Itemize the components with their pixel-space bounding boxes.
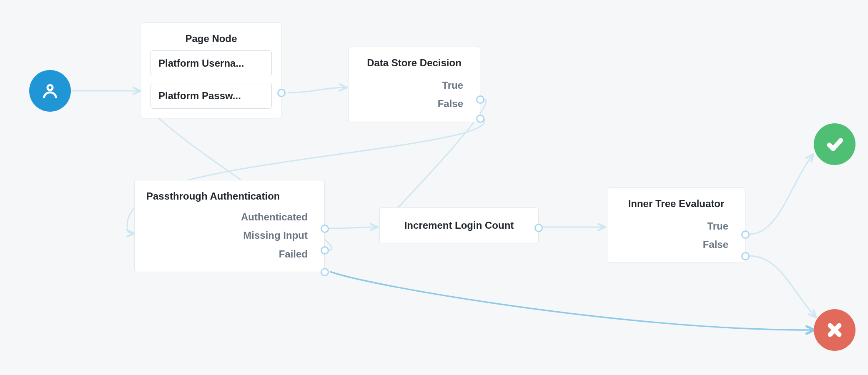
node-title: Passthrough Authentication bbox=[135, 180, 324, 206]
output-port-true[interactable] bbox=[741, 230, 750, 239]
start-terminal[interactable] bbox=[29, 70, 71, 112]
outcome-false[interactable]: False bbox=[349, 95, 480, 113]
field-platform-password[interactable]: Platform Passw... bbox=[151, 83, 272, 109]
node-inner-tree-evaluator[interactable]: Inner Tree Evaluator True False bbox=[607, 188, 745, 263]
node-increment-login-count[interactable]: Increment Login Count bbox=[379, 208, 539, 243]
outcome-true[interactable]: True bbox=[607, 217, 745, 235]
check-icon bbox=[825, 135, 844, 153]
output-port-false[interactable] bbox=[476, 115, 484, 123]
failure-terminal[interactable] bbox=[814, 309, 855, 351]
output-port[interactable] bbox=[277, 89, 286, 97]
output-port-missing-input[interactable] bbox=[321, 246, 329, 255]
outcome-true[interactable]: True bbox=[349, 76, 480, 95]
node-title: Inner Tree Evaluator bbox=[607, 188, 745, 215]
output-port-failed[interactable] bbox=[321, 268, 329, 276]
outcome-missing-input[interactable]: Missing Input bbox=[135, 226, 324, 245]
node-data-store-decision[interactable]: Data Store Decision True False bbox=[348, 47, 480, 122]
output-port-false[interactable] bbox=[741, 252, 750, 260]
output-port[interactable] bbox=[534, 224, 543, 232]
success-terminal[interactable] bbox=[814, 123, 855, 165]
node-passthrough-authentication[interactable]: Passthrough Authentication Authenticated… bbox=[134, 180, 325, 272]
outcome-authenticated[interactable]: Authenticated bbox=[135, 208, 324, 226]
flow-canvas[interactable]: Page Node Platform Userna... Platform Pa… bbox=[0, 0, 868, 375]
field-platform-username[interactable]: Platform Userna... bbox=[151, 50, 272, 76]
output-port-authenticated[interactable] bbox=[321, 225, 329, 233]
user-icon bbox=[40, 81, 60, 100]
node-title: Increment Login Count bbox=[380, 208, 538, 243]
outcome-failed[interactable]: Failed bbox=[135, 245, 324, 263]
svg-point-0 bbox=[48, 85, 53, 90]
node-title: Data Store Decision bbox=[349, 47, 480, 75]
output-port-true[interactable] bbox=[476, 95, 484, 104]
node-title: Page Node bbox=[141, 23, 281, 50]
close-icon bbox=[825, 321, 844, 339]
outcome-false[interactable]: False bbox=[607, 235, 745, 254]
node-page-node[interactable]: Page Node Platform Userna... Platform Pa… bbox=[141, 22, 281, 118]
